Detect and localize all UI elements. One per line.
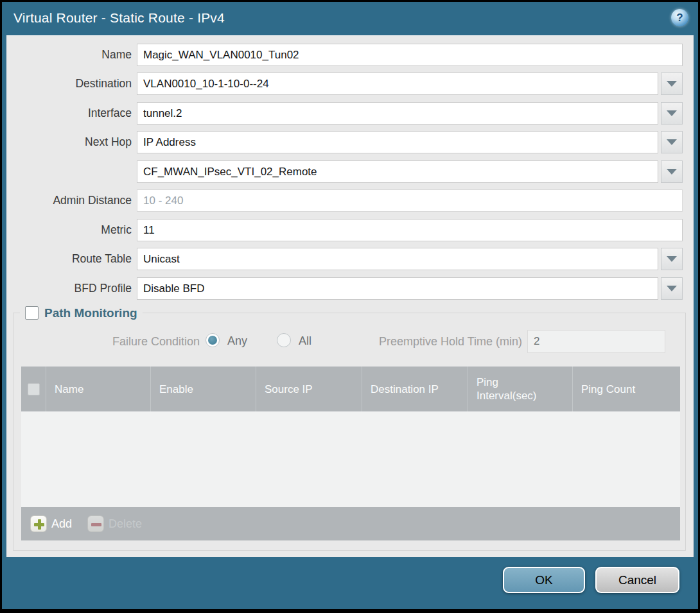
- failure-condition-all-label: All: [299, 332, 311, 349]
- column-header-enable: Enable: [150, 367, 256, 411]
- static-route-dialog: Virtual Router - Static Route - IPv4 ? N…: [0, 0, 700, 613]
- chevron-down-icon: [667, 139, 677, 145]
- admin-distance-label: Admin Distance: [0, 189, 132, 212]
- minus-icon: [87, 515, 104, 532]
- column-header-ping-count: Ping Count: [572, 367, 680, 411]
- table-header-select-cell: [21, 367, 46, 411]
- admin-distance-input[interactable]: [137, 189, 683, 212]
- chevron-down-icon: [667, 256, 677, 262]
- dialog-title: Virtual Router - Static Route - IPv4: [13, 10, 225, 26]
- path-monitoring-legend: Path Monitoring: [20, 304, 143, 322]
- interface-dropdown-button[interactable]: [661, 102, 683, 125]
- table-header-row: Name Enable Source IP Destination IP Pin…: [21, 367, 680, 411]
- destination-dropdown-button[interactable]: [661, 73, 683, 95]
- column-header-name: Name: [46, 367, 150, 411]
- name-input[interactable]: [137, 44, 683, 66]
- bfd-profile-label: BFD Profile: [0, 277, 132, 300]
- path-monitoring-title: Path Monitoring: [44, 306, 137, 320]
- failure-condition-any-label: Any: [227, 332, 247, 349]
- preemptive-hold-time-input[interactable]: [527, 330, 665, 353]
- column-header-destination-ip: Destination IP: [362, 367, 468, 411]
- path-monitoring-checkbox[interactable]: [25, 306, 39, 320]
- next-hop-type-input[interactable]: [137, 131, 658, 153]
- select-all-checkbox[interactable]: [28, 383, 40, 395]
- chevron-down-icon: [667, 81, 677, 87]
- column-header-ping-interval: Ping Interval(sec): [468, 367, 572, 411]
- next-hop-address-input[interactable]: [137, 160, 658, 183]
- name-label: Name: [0, 44, 132, 66]
- failure-condition-label: Failure Condition: [13, 333, 200, 350]
- table-body-empty: [21, 411, 680, 507]
- failure-condition-any-radio[interactable]: [206, 333, 220, 347]
- add-button-label: Add: [51, 517, 72, 531]
- chevron-down-icon: [667, 110, 677, 116]
- failure-condition-all-radio[interactable]: [277, 333, 291, 347]
- bfd-profile-input[interactable]: [137, 277, 658, 300]
- next-hop-type-dropdown-button[interactable]: [661, 131, 683, 153]
- metric-label: Metric: [0, 219, 132, 241]
- path-monitoring-table: Name Enable Source IP Destination IP Pin…: [21, 367, 680, 540]
- ok-button[interactable]: OK: [503, 567, 585, 593]
- interface-input[interactable]: [137, 102, 658, 125]
- add-button[interactable]: Add: [30, 515, 72, 532]
- route-table-input[interactable]: [137, 248, 658, 270]
- column-header-source-ip: Source IP: [256, 367, 362, 411]
- preemptive-hold-time-label: Preemptive Hold Time (min): [335, 333, 522, 350]
- route-table-label: Route Table: [0, 248, 132, 270]
- destination-input[interactable]: [137, 73, 658, 95]
- help-icon[interactable]: ?: [671, 9, 688, 26]
- chevron-down-icon: [667, 286, 677, 291]
- chevron-down-icon: [667, 169, 677, 175]
- destination-label: Destination: [0, 73, 132, 95]
- next-hop-label: Next Hop: [0, 131, 132, 153]
- delete-button[interactable]: Delete: [87, 515, 142, 532]
- cancel-button[interactable]: Cancel: [595, 567, 679, 593]
- route-table-dropdown-button[interactable]: [661, 248, 683, 270]
- delete-button-label: Delete: [109, 517, 142, 531]
- interface-label: Interface: [0, 102, 132, 125]
- plus-icon: [30, 515, 47, 532]
- next-hop-address-dropdown-button[interactable]: [661, 160, 683, 183]
- table-toolbar: Add Delete: [21, 507, 680, 540]
- metric-input[interactable]: [137, 219, 683, 241]
- path-monitoring-section: Path Monitoring Failure Condition Any Al…: [13, 313, 686, 551]
- bfd-profile-dropdown-button[interactable]: [661, 277, 683, 300]
